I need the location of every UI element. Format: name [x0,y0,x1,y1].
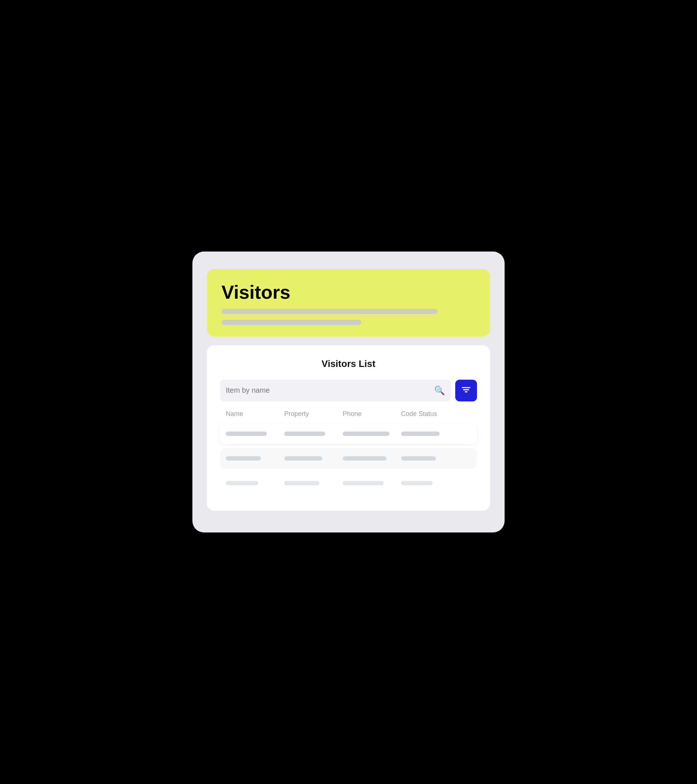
col-header-phone: Phone [343,410,401,418]
table-headers: Name Property Phone Code Status [220,410,477,418]
cell-placeholder-name [226,481,258,485]
col-header-name: Name [226,410,284,418]
col-header-property: Property [284,410,343,418]
table-row[interactable] [220,473,477,493]
search-input-wrapper: 🔍 [220,380,451,402]
cell-placeholder-property [284,481,320,485]
table-rows [220,423,477,493]
cell-placeholder-status [401,432,440,436]
cell-placeholder-status [401,481,433,485]
search-row: 🔍 [220,380,477,402]
page-title: Visitors [221,282,476,303]
cell-placeholder-property [284,456,322,461]
col-header-code-status: Code Status [401,410,471,418]
search-input[interactable] [226,386,431,395]
search-icon: 🔍 [434,385,445,395]
list-title: Visitors List [220,358,477,369]
header-card: Visitors [207,269,490,336]
cell-placeholder-phone [343,481,384,485]
filter-button[interactable] [455,380,477,402]
main-card: Visitors List 🔍 Name Property Phone Code… [207,345,490,511]
cell-placeholder-phone [343,432,389,436]
cell-placeholder-name [226,432,267,436]
app-container: Visitors Visitors List 🔍 Name Property P… [193,252,504,532]
header-placeholder-line-1 [221,309,437,314]
cell-placeholder-name [226,456,261,461]
cell-placeholder-property [284,432,325,436]
header-placeholder-line-2 [221,320,361,325]
table-row[interactable] [220,423,477,444]
cell-placeholder-status [401,456,437,461]
table-row[interactable] [220,448,477,469]
filter-icon [461,385,471,395]
cell-placeholder-phone [343,456,387,461]
